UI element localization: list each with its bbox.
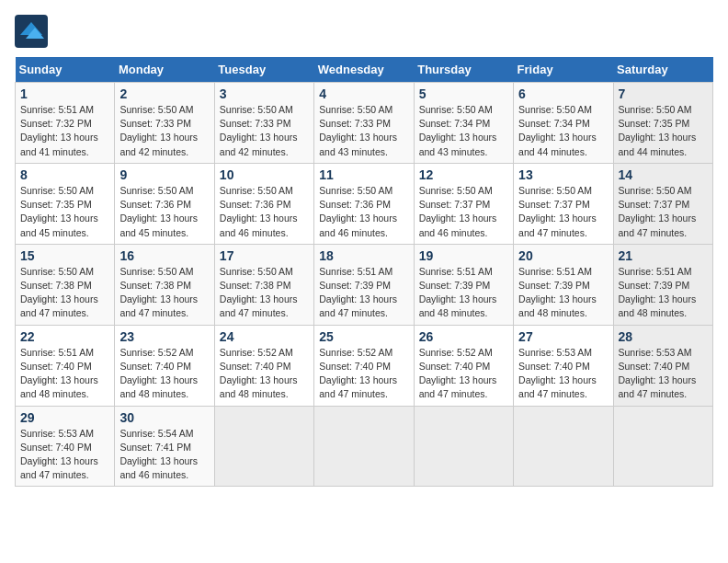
day-number: 19 — [419, 248, 508, 263]
calendar-cell: 8Sunrise: 5:50 AMSunset: 7:35 PMDaylight… — [16, 163, 115, 244]
day-number: 20 — [518, 248, 608, 263]
calendar-cell: 24Sunrise: 5:52 AMSunset: 7:40 PMDayligh… — [214, 325, 313, 406]
day-number: 11 — [319, 167, 408, 182]
day-number: 10 — [220, 167, 309, 182]
day-info: Sunrise: 5:52 AMSunset: 7:40 PMDaylight:… — [319, 346, 408, 402]
day-info: Sunrise: 5:50 AMSunset: 7:34 PMDaylight:… — [419, 103, 508, 159]
day-info: Sunrise: 5:50 AMSunset: 7:37 PMDaylight:… — [619, 184, 708, 240]
day-info: Sunrise: 5:50 AMSunset: 7:37 PMDaylight:… — [419, 184, 508, 240]
weekday-header-friday: Friday — [514, 57, 613, 83]
day-number: 13 — [518, 167, 608, 182]
day-number: 3 — [220, 86, 309, 101]
calendar-cell: 14Sunrise: 5:50 AMSunset: 7:37 PMDayligh… — [613, 163, 712, 244]
calendar-cell: 25Sunrise: 5:52 AMSunset: 7:40 PMDayligh… — [314, 325, 414, 406]
week-row-3: 15Sunrise: 5:50 AMSunset: 7:38 PMDayligh… — [16, 244, 713, 325]
day-info: Sunrise: 5:50 AMSunset: 7:35 PMDaylight:… — [619, 103, 708, 159]
calendar-cell: 18Sunrise: 5:51 AMSunset: 7:39 PMDayligh… — [314, 244, 414, 325]
calendar-cell: 23Sunrise: 5:52 AMSunset: 7:40 PMDayligh… — [115, 325, 214, 406]
calendar-cell: 20Sunrise: 5:51 AMSunset: 7:39 PMDayligh… — [514, 244, 613, 325]
weekday-header-wednesday: Wednesday — [314, 57, 414, 83]
day-number: 22 — [20, 329, 109, 344]
calendar-cell: 28Sunrise: 5:53 AMSunset: 7:40 PMDayligh… — [613, 325, 712, 406]
calendar-cell: 30Sunrise: 5:54 AMSunset: 7:41 PMDayligh… — [115, 406, 214, 487]
week-row-4: 22Sunrise: 5:51 AMSunset: 7:40 PMDayligh… — [16, 325, 713, 406]
day-info: Sunrise: 5:51 AMSunset: 7:39 PMDaylight:… — [619, 265, 708, 321]
day-number: 28 — [619, 329, 708, 344]
week-row-1: 1Sunrise: 5:51 AMSunset: 7:32 PMDaylight… — [16, 83, 713, 164]
day-info: Sunrise: 5:52 AMSunset: 7:40 PMDaylight:… — [220, 346, 309, 402]
day-info: Sunrise: 5:51 AMSunset: 7:39 PMDaylight:… — [518, 265, 608, 321]
day-info: Sunrise: 5:51 AMSunset: 7:32 PMDaylight:… — [20, 103, 109, 159]
day-number: 14 — [619, 167, 708, 182]
day-number: 23 — [119, 329, 209, 344]
weekday-header-saturday: Saturday — [613, 57, 712, 83]
day-number: 5 — [419, 86, 508, 101]
calendar-cell: 13Sunrise: 5:50 AMSunset: 7:37 PMDayligh… — [514, 163, 613, 244]
day-number: 26 — [419, 329, 508, 344]
calendar-cell: 1Sunrise: 5:51 AMSunset: 7:32 PMDaylight… — [16, 83, 115, 164]
calendar-cell: 2Sunrise: 5:50 AMSunset: 7:33 PMDaylight… — [115, 83, 214, 164]
day-info: Sunrise: 5:52 AMSunset: 7:40 PMDaylight:… — [419, 346, 508, 402]
day-info: Sunrise: 5:50 AMSunset: 7:36 PMDaylight:… — [220, 184, 309, 240]
calendar-cell: 3Sunrise: 5:50 AMSunset: 7:33 PMDaylight… — [214, 83, 313, 164]
day-number: 12 — [419, 167, 508, 182]
day-number: 16 — [119, 248, 209, 263]
calendar-cell: 9Sunrise: 5:50 AMSunset: 7:36 PMDaylight… — [115, 163, 214, 244]
day-info: Sunrise: 5:51 AMSunset: 7:40 PMDaylight:… — [20, 346, 109, 402]
day-number: 18 — [319, 248, 408, 263]
day-info: Sunrise: 5:50 AMSunset: 7:34 PMDaylight:… — [518, 103, 608, 159]
day-info: Sunrise: 5:50 AMSunset: 7:33 PMDaylight:… — [319, 103, 408, 159]
calendar-cell: 11Sunrise: 5:50 AMSunset: 7:36 PMDayligh… — [314, 163, 414, 244]
day-info: Sunrise: 5:50 AMSunset: 7:33 PMDaylight:… — [119, 103, 209, 159]
day-info: Sunrise: 5:53 AMSunset: 7:40 PMDaylight:… — [20, 427, 109, 483]
day-number: 29 — [20, 410, 109, 425]
logo-icon — [15, 15, 48, 48]
calendar-cell — [314, 406, 414, 487]
day-info: Sunrise: 5:53 AMSunset: 7:40 PMDaylight:… — [518, 346, 608, 402]
calendar-cell — [613, 406, 712, 487]
day-number: 30 — [119, 410, 209, 425]
calendar-cell: 22Sunrise: 5:51 AMSunset: 7:40 PMDayligh… — [16, 325, 115, 406]
day-number: 6 — [518, 86, 608, 101]
day-info: Sunrise: 5:50 AMSunset: 7:35 PMDaylight:… — [20, 184, 109, 240]
day-number: 24 — [220, 329, 309, 344]
day-info: Sunrise: 5:54 AMSunset: 7:41 PMDaylight:… — [119, 427, 209, 483]
day-info: Sunrise: 5:51 AMSunset: 7:39 PMDaylight:… — [319, 265, 408, 321]
calendar-cell — [514, 406, 613, 487]
day-number: 9 — [119, 167, 209, 182]
calendar-cell: 5Sunrise: 5:50 AMSunset: 7:34 PMDaylight… — [414, 83, 513, 164]
day-number: 1 — [20, 86, 109, 101]
week-row-5: 29Sunrise: 5:53 AMSunset: 7:40 PMDayligh… — [16, 406, 713, 487]
day-number: 25 — [319, 329, 408, 344]
day-number: 21 — [619, 248, 708, 263]
calendar-cell: 12Sunrise: 5:50 AMSunset: 7:37 PMDayligh… — [414, 163, 513, 244]
weekday-header-tuesday: Tuesday — [214, 57, 313, 83]
weekday-header-monday: Monday — [115, 57, 214, 83]
day-number: 4 — [319, 86, 408, 101]
day-info: Sunrise: 5:53 AMSunset: 7:40 PMDaylight:… — [619, 346, 708, 402]
calendar-cell: 4Sunrise: 5:50 AMSunset: 7:33 PMDaylight… — [314, 83, 414, 164]
calendar-cell: 6Sunrise: 5:50 AMSunset: 7:34 PMDaylight… — [514, 83, 613, 164]
weekday-header-thursday: Thursday — [414, 57, 513, 83]
logo — [15, 15, 51, 48]
day-info: Sunrise: 5:50 AMSunset: 7:38 PMDaylight:… — [20, 265, 109, 321]
day-info: Sunrise: 5:51 AMSunset: 7:39 PMDaylight:… — [419, 265, 508, 321]
day-number: 8 — [20, 167, 109, 182]
calendar-cell: 27Sunrise: 5:53 AMSunset: 7:40 PMDayligh… — [514, 325, 613, 406]
calendar-cell — [414, 406, 513, 487]
day-number: 17 — [220, 248, 309, 263]
day-info: Sunrise: 5:50 AMSunset: 7:37 PMDaylight:… — [518, 184, 608, 240]
calendar-cell: 15Sunrise: 5:50 AMSunset: 7:38 PMDayligh… — [16, 244, 115, 325]
calendar-cell: 10Sunrise: 5:50 AMSunset: 7:36 PMDayligh… — [214, 163, 313, 244]
day-info: Sunrise: 5:50 AMSunset: 7:36 PMDaylight:… — [119, 184, 209, 240]
calendar-cell: 16Sunrise: 5:50 AMSunset: 7:38 PMDayligh… — [115, 244, 214, 325]
weekday-header-sunday: Sunday — [16, 57, 115, 83]
day-info: Sunrise: 5:50 AMSunset: 7:33 PMDaylight:… — [220, 103, 309, 159]
day-info: Sunrise: 5:50 AMSunset: 7:36 PMDaylight:… — [319, 184, 408, 240]
day-number: 27 — [518, 329, 608, 344]
calendar-cell: 7Sunrise: 5:50 AMSunset: 7:35 PMDaylight… — [613, 83, 712, 164]
day-number: 15 — [20, 248, 109, 263]
calendar-cell: 29Sunrise: 5:53 AMSunset: 7:40 PMDayligh… — [16, 406, 115, 487]
day-number: 7 — [619, 86, 708, 101]
calendar-cell — [214, 406, 313, 487]
